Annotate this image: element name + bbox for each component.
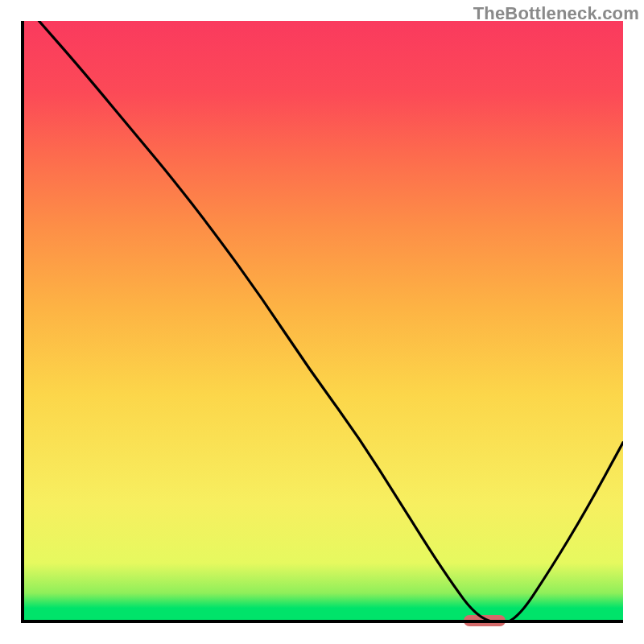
watermark-text: TheBottleneck.com	[473, 3, 639, 24]
plot-area	[21, 21, 623, 623]
curve-svg	[21, 21, 623, 623]
bottleneck-curve	[39, 21, 623, 623]
chart-frame: TheBottleneck.com	[0, 0, 644, 644]
